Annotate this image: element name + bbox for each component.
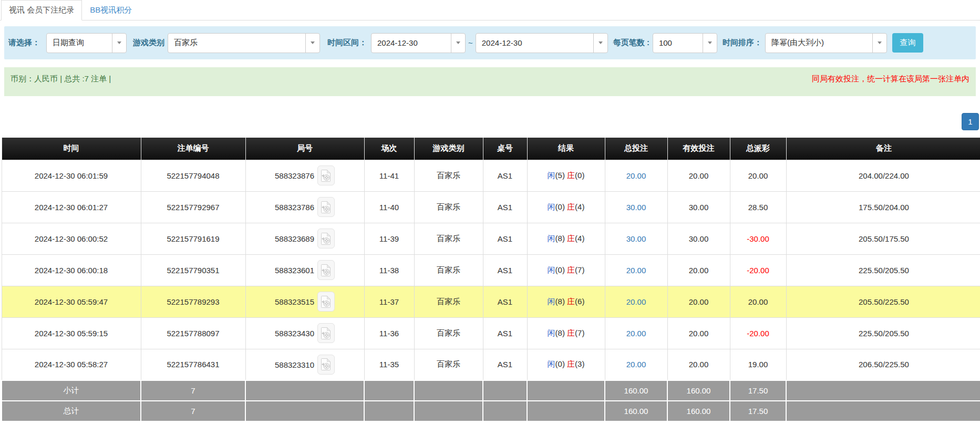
column-header-4: 场次 — [364, 138, 414, 160]
table-body: 2024-12-30 06:01:59522157794048588323876… — [2, 160, 980, 421]
result-banker-value: (4) — [575, 234, 584, 243]
total-bet-link[interactable]: 20.00 — [626, 329, 646, 338]
tab-video-bet-records[interactable]: 视讯 会员下注纪录 — [1, 0, 82, 20]
game-type-label: 游戏类别 — [133, 38, 164, 48]
result-banker-label: 庄 — [567, 265, 575, 274]
round-number: 588323515 — [275, 297, 314, 306]
summary-payout: 17.50 — [730, 380, 786, 401]
time-sort-value: 降幂(由大到小) — [766, 38, 872, 48]
cell-remark: 225.50/205.50 — [786, 254, 980, 286]
total-bet-link[interactable]: 20.00 — [626, 266, 646, 275]
summary-empty-cell — [483, 401, 527, 421]
cell-table-number: AS1 — [483, 223, 527, 254]
search-button[interactable]: 查询 — [892, 33, 923, 53]
cell-bet-number: 522157786431 — [141, 349, 245, 380]
table-row: 2024-12-30 05:59:47522157789293588323515… — [2, 286, 980, 317]
select-type-label: 请选择： — [8, 38, 40, 48]
cell-result: 闲(8) 庄(7) — [527, 317, 605, 349]
time-sort-label: 时间排序： — [723, 38, 762, 48]
chevron-down-icon[interactable] — [593, 34, 607, 53]
summary-empty-cell — [364, 380, 414, 401]
tab-bar: 视讯 会员下注纪录 BB视讯积分 — [0, 0, 980, 20]
column-header-9: 有效投注 — [667, 138, 730, 160]
chevron-down-icon[interactable] — [872, 34, 886, 53]
summary-empty-cell — [527, 401, 605, 421]
result-player-label: 闲 — [548, 297, 555, 306]
video-replay-icon[interactable] — [317, 260, 335, 280]
column-header-8: 总投注 — [605, 138, 667, 160]
cell-payout: 20.00 — [730, 160, 786, 191]
summary-count: 7 — [141, 401, 245, 421]
video-replay-icon[interactable] — [317, 323, 335, 343]
cell-table-number: AS1 — [483, 286, 527, 317]
summary-total-bet: 160.00 — [605, 401, 667, 421]
page-size-select[interactable]: 100 — [653, 33, 717, 53]
column-header-6: 桌号 — [483, 138, 527, 160]
cell-round-number: 588323310 — [245, 349, 364, 380]
result-player-value: (0) — [555, 202, 568, 211]
cell-time: 2024-12-30 05:59:15 — [2, 317, 141, 349]
cell-result: 闲(0) 庄(3) — [527, 349, 605, 380]
cell-table-number: AS1 — [483, 254, 527, 286]
result-player-value: (0) — [555, 359, 568, 368]
result-player-value: (8) — [555, 234, 568, 243]
column-header-2: 注单编号 — [141, 138, 245, 160]
query-type-select[interactable]: 日期查询 — [46, 33, 127, 53]
total-bet-link[interactable]: 30.00 — [626, 203, 646, 212]
column-header-11: 备注 — [786, 138, 980, 160]
summary-valid-bet: 160.00 — [667, 380, 730, 401]
summary-label: 总计 — [2, 401, 141, 421]
cell-total-bet: 20.00 — [605, 317, 667, 349]
video-replay-icon[interactable] — [317, 292, 335, 312]
date-to-select[interactable]: 2024-12-30 — [476, 33, 608, 53]
video-replay-icon[interactable] — [317, 229, 335, 248]
cell-valid-bet: 20.00 — [667, 349, 730, 380]
summary-empty-cell — [414, 401, 483, 421]
date-from-select[interactable]: 2024-12-30 — [371, 33, 466, 53]
column-header-1: 时间 — [2, 138, 141, 160]
total-bet-link[interactable]: 20.00 — [626, 360, 646, 369]
summary-label: 小计 — [2, 380, 141, 401]
result-player-label: 闲 — [548, 234, 555, 243]
cell-total-bet: 20.00 — [605, 160, 667, 191]
cell-game-type: 百家乐 — [414, 286, 483, 317]
cell-round-number: 588323515 — [245, 286, 364, 317]
chevron-down-icon[interactable] — [305, 34, 319, 53]
game-type-select[interactable]: 百家乐 — [168, 33, 320, 53]
cell-bet-number: 522157791619 — [141, 223, 245, 254]
tab-bb-video-points[interactable]: BB视讯积分 — [82, 0, 140, 20]
cell-valid-bet: 20.00 — [667, 254, 730, 286]
chevron-down-icon[interactable] — [451, 34, 465, 53]
cell-session: 11-35 — [364, 349, 414, 380]
chevron-down-icon[interactable] — [703, 34, 717, 53]
cell-result: 闲(0) 庄(4) — [527, 191, 605, 223]
cell-time: 2024-12-30 05:58:27 — [2, 349, 141, 380]
cell-payout: 28.50 — [730, 191, 786, 223]
cell-valid-bet: 20.00 — [667, 286, 730, 317]
time-sort-select[interactable]: 降幂(由大到小) — [765, 33, 887, 53]
cell-table-number: AS1 — [483, 160, 527, 191]
summary-payout: 17.50 — [730, 401, 786, 421]
result-banker-label: 庄 — [567, 234, 575, 243]
cell-remark: 205.50/175.50 — [786, 223, 980, 254]
video-replay-icon[interactable] — [317, 355, 335, 375]
pagination-page-1[interactable]: 1 — [962, 113, 979, 130]
video-replay-icon[interactable] — [317, 165, 335, 185]
total-bet-link[interactable]: 20.00 — [626, 297, 646, 306]
page-size-label: 每页笔数 : — [613, 38, 649, 48]
grand-total-row: 总计7160.00160.0017.50 — [2, 401, 980, 421]
result-banker-value: (3) — [575, 359, 584, 368]
cell-total-bet: 30.00 — [605, 191, 667, 223]
cell-bet-number: 522157788097 — [141, 317, 245, 349]
total-bet-link[interactable]: 30.00 — [626, 234, 646, 243]
chevron-down-icon[interactable] — [112, 34, 126, 53]
cell-time: 2024-12-30 06:01:59 — [2, 160, 141, 191]
bet-records-table: 时间注单编号局号场次游戏类别桌号结果总投注有效投注总派彩备注 2024-12-3… — [1, 138, 980, 422]
table-row: 2024-12-30 05:59:15522157788097588323430… — [2, 317, 980, 349]
total-bet-link[interactable]: 20.00 — [626, 171, 646, 180]
summary-empty-cell — [483, 380, 527, 401]
query-type-value: 日期查询 — [47, 38, 112, 48]
video-replay-icon[interactable] — [317, 197, 335, 217]
cell-round-number: 588323430 — [245, 317, 364, 349]
pagination: 1 — [0, 113, 979, 130]
